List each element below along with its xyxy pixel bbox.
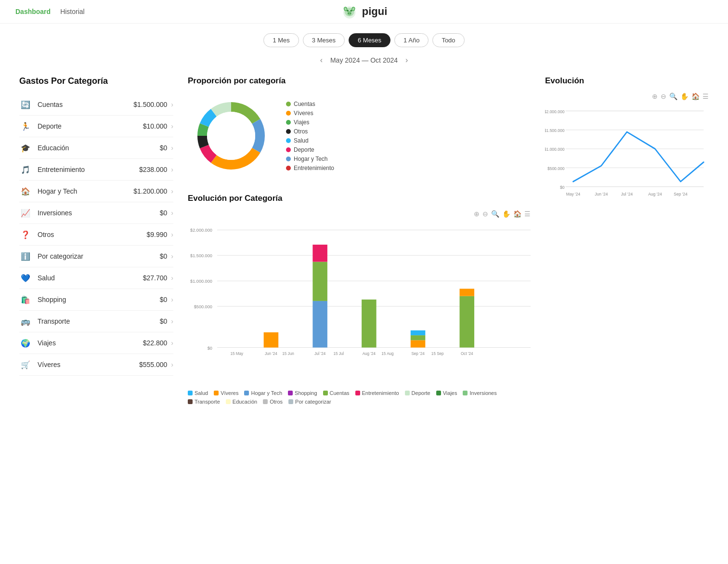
legend-label: Víveres [294,110,313,117]
category-row[interactable]: 🛒 Víveres $555.000 › [19,354,173,376]
proporcion-legend: Cuentas Víveres Viajes Otros Salud Depor… [286,101,334,171]
category-row[interactable]: 🌍 Viajes $22.800 › [19,332,173,354]
svg-text:Oct '24: Oct '24 [461,352,473,356]
proporcion-title: Proporción por categoría [188,76,531,86]
category-row[interactable]: 🏃 Deporte $10.000 › [19,116,173,137]
donut-container: Cuentas Víveres Viajes Otros Salud Depor… [188,92,531,179]
bar-chart: $2.000.000 $1.500.000 $1.000.000 $500.00… [188,222,531,385]
period-btn-3-meses[interactable]: 3 Meses [303,33,345,47]
category-row[interactable]: 🚌 Transporte $0 › [19,311,173,332]
svg-text:Jul '24: Jul '24 [621,192,633,197]
main-content: Gastos Por Categoría 🔄 Cuentas $1.500.00… [0,76,728,438]
bar-legend-dot [463,391,468,395]
date-range-label: May 2024 — Oct 2024 [330,56,398,64]
pan-icon[interactable]: ✋ [502,210,510,218]
category-icon: ℹ️ [19,250,32,262]
legend-item: Hogar y Tech [286,156,334,162]
svg-text:$2.000.000: $2.000.000 [545,109,565,114]
category-amount: $555.000 [139,361,167,368]
category-name: Viajes [38,339,143,347]
category-name: Por categorizar [38,252,160,260]
bar-legend-dot [288,399,293,404]
legend-label: Salud [294,137,309,144]
date-next-button[interactable]: › [403,56,410,65]
date-prev-button[interactable]: ‹ [318,56,325,65]
bar-legend-dot [355,391,360,395]
logo-text: pigui [362,5,388,18]
legend-item: Salud [286,137,334,144]
evo-zoom-in-icon[interactable]: ⊕ [652,92,658,100]
category-icon: 📈 [19,207,32,219]
period-btn-todo[interactable]: Todo [432,33,464,47]
legend-item: Otros [286,128,334,135]
svg-text:$1.500.000: $1.500.000 [190,253,212,258]
category-row[interactable]: ℹ️ Por categorizar $0 › [19,246,173,267]
bar-legend-label: Shopping [295,390,317,396]
bar-legend-dot [226,399,231,404]
category-row[interactable]: ❓ Otros $9.990 › [19,224,173,246]
svg-text:15 Aug: 15 Aug [381,352,393,356]
legend-dot [286,138,291,143]
middle-panel: Proporción por categoría [173,76,545,419]
period-btn-6-meses[interactable]: 6 Meses [349,33,390,47]
category-name: Salud [38,274,143,282]
bar-legend-dot [405,391,410,395]
category-row[interactable]: 🎵 Entretenimiento $238.000 › [19,159,173,181]
right-panel: Evolución ⊕ ⊖ 🔍 ✋ 🏠 ☰ $2.000.000 [545,76,709,419]
evo-search-icon[interactable]: 🔍 [669,92,677,100]
legend-dot [286,102,291,106]
bar-legend-label: Otros [270,399,283,405]
bar-legend-item: Entretenimiento [355,390,399,396]
category-amount: $27.700 [143,274,168,282]
category-row[interactable]: 📈 Inversiones $0 › [19,202,173,224]
period-btn-1-mes[interactable]: 1 Mes [263,33,299,47]
bar-legend-label: Educación [233,399,257,405]
category-amount: $0 [160,317,168,325]
category-row[interactable]: 💙 Salud $27.700 › [19,267,173,289]
category-row[interactable]: 🛍️ Shopping $0 › [19,289,173,311]
category-row[interactable]: 🏠 Hogar y Tech $1.200.000 › [19,181,173,202]
period-btn-1-año[interactable]: 1 Año [394,33,429,47]
category-name: Educación [38,144,160,152]
legend-item: Deporte [286,146,334,153]
zoom-in-icon[interactable]: ⊕ [474,210,480,218]
bar-legend-label: Cuentas [330,390,350,396]
menu-icon[interactable]: ☰ [524,210,531,218]
category-row[interactable]: 🔄 Cuentas $1.500.000 › [19,94,173,116]
svg-rect-36 [460,289,475,296]
legend-label: Hogar y Tech [294,156,327,162]
legend-item: Viajes [286,119,334,126]
category-icon: 🔄 [19,98,32,111]
evolution-chart-svg: $2.000.000 $1.500.000 $1.000.000 $500.00… [545,104,709,210]
home-icon[interactable]: 🏠 [513,210,521,218]
svg-point-11 [207,112,255,160]
category-row[interactable]: 🎓 Educación $0 › [19,137,173,159]
category-icon: 🎵 [19,163,32,176]
zoom-out-icon[interactable]: ⊖ [482,210,488,218]
evo-home-icon[interactable]: 🏠 [691,92,700,100]
category-amount: $238.000 [139,166,167,173]
search-icon[interactable]: 🔍 [491,210,499,218]
category-amount: $1.500.000 [133,101,167,108]
category-icon: 🛒 [19,358,32,371]
legend-label: Cuentas [294,101,315,107]
nav-dashboard[interactable]: Dashboard [15,8,51,15]
svg-text:$0: $0 [560,185,565,190]
category-name: Víveres [38,361,139,368]
evo-menu-icon[interactable]: ☰ [702,92,709,100]
svg-rect-35 [460,296,475,348]
evo-pan-icon[interactable]: ✋ [680,92,689,100]
category-icon: 🏃 [19,120,32,132]
category-amount: $0 [160,209,168,217]
evo-zoom-out-icon[interactable]: ⊖ [661,92,666,100]
bar-legend-dot [323,391,328,395]
top-navigation: Dashboard Historial pigui [0,0,728,24]
bar-legend-item: Hogar y Tech [244,390,282,396]
bar-chart-toolbar: ⊕ ⊖ 🔍 ✋ 🏠 ☰ [188,210,531,218]
nav-historial[interactable]: Historial [60,8,85,15]
legend-dot [286,147,291,152]
bar-legend-dot [288,391,293,395]
svg-text:Jul '24: Jul '24 [314,352,326,356]
bar-legend-dot [188,391,193,395]
legend-dot [286,120,291,125]
